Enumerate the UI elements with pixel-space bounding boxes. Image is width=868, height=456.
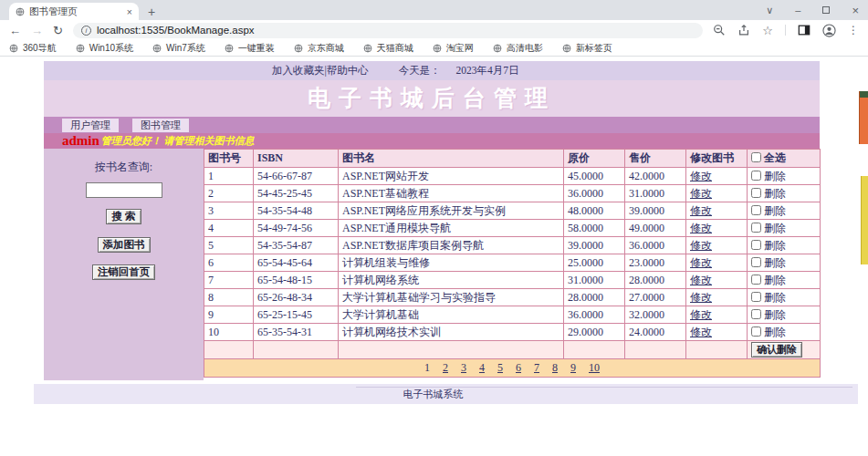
search-button[interactable]: 搜 索 — [106, 209, 141, 224]
back-icon[interactable]: ← — [9, 24, 21, 37]
delete-checkbox[interactable] — [751, 309, 761, 319]
edit-link[interactable]: 修改 — [690, 170, 712, 182]
browser-tab-bar: 图书管理页 × + ∨ – × — [0, 0, 868, 20]
bookmark-item[interactable]: Win7系统 — [152, 42, 205, 55]
edit-link[interactable]: 修改 — [690, 326, 712, 338]
table-row: 965-25-15-45大学计算机基础36.000032.0000修改删除 — [204, 306, 821, 324]
header-edit: 修改图书 — [686, 150, 748, 168]
book-name-search-input[interactable] — [86, 182, 162, 198]
cell-book-id: 1 — [204, 168, 254, 185]
confirm-delete-button[interactable]: 确认删除 — [751, 342, 802, 358]
cell-price: 45.0000 — [564, 168, 625, 185]
edit-link[interactable]: 修改 — [690, 274, 712, 286]
share-icon[interactable] — [737, 24, 750, 36]
select-all-checkbox[interactable] — [751, 152, 761, 162]
bookmark-item[interactable]: 新标签页 — [562, 42, 612, 55]
url-input[interactable]: i localhost:1535/BookManage.aspx — [73, 23, 703, 38]
logout-button[interactable]: 注销回首页 — [92, 264, 156, 280]
cell-isbn: 65-26-48-34 — [254, 289, 339, 306]
bookmark-item[interactable]: Win10系统 — [76, 42, 133, 55]
pagination-row: 12345678910 — [204, 359, 821, 378]
cell-sale-price: 39.0000 — [625, 202, 686, 220]
table-row: 1065-35-54-31计算机网络技术实训29.000024.0000修改删除 — [204, 324, 821, 341]
bookmark-label: 360导航 — [23, 42, 57, 55]
cell-price: 36.0000 — [564, 185, 625, 202]
table-row: 865-26-48-34大学计算机基础学习与实验指导28.000027.0000… — [204, 289, 821, 306]
cell-sale-price: 24.0000 — [625, 324, 686, 341]
delete-checkbox[interactable] — [751, 171, 761, 181]
delete-checkbox[interactable] — [751, 292, 761, 302]
tab-close-icon[interactable]: × — [127, 6, 132, 17]
favorites-help-links[interactable]: 加入收藏夹|帮助中心 — [272, 65, 369, 76]
pagination-page-link[interactable]: 3 — [461, 361, 466, 374]
today-date: 2023年4月7日 — [456, 65, 519, 76]
edit-link[interactable]: 修改 — [690, 291, 712, 304]
cell-price: 36.0000 — [564, 306, 625, 324]
tab-user-manage[interactable]: 用户管理 — [62, 119, 119, 132]
bookmark-label: 天猫商城 — [377, 42, 413, 55]
pagination-page-link[interactable]: 7 — [534, 361, 539, 374]
pagination-page-link[interactable]: 4 — [479, 361, 485, 374]
footer-text: 电子书城系统 — [403, 388, 464, 401]
page-content: 加入收藏夹|帮助中心 今天是： 2023年4月7日 电子书城后台管理 用户管理 … — [44, 61, 820, 380]
bookmark-item[interactable]: 天猫商城 — [363, 42, 413, 55]
confirm-delete-row: 确认删除 — [204, 341, 821, 359]
reload-icon[interactable]: ↻ — [53, 24, 63, 37]
delete-checkbox[interactable] — [751, 188, 761, 198]
delete-checkbox[interactable] — [751, 240, 761, 250]
delete-label: 删除 — [764, 222, 786, 234]
bookmark-label: 一键重装 — [238, 42, 275, 55]
cell-book-id: 4 — [204, 220, 254, 237]
cell-isbn: 54-35-54-87 — [254, 237, 339, 254]
cell-price: 29.0000 — [564, 324, 625, 341]
close-icon[interactable]: × — [852, 4, 859, 17]
delete-checkbox[interactable] — [751, 205, 761, 215]
delete-checkbox[interactable] — [751, 223, 761, 233]
bookmark-item[interactable]: 一键重装 — [225, 42, 275, 55]
edit-link[interactable]: 修改 — [690, 256, 712, 269]
pagination-page-link[interactable]: 5 — [497, 361, 503, 374]
bookmark-item[interactable]: 淘宝网 — [433, 42, 474, 55]
bookmark-label: Win7系统 — [166, 42, 205, 55]
sidebar: 按书名查询: 搜 索 添加图书 注销回首页 — [44, 149, 204, 380]
pagination-page-link[interactable]: 9 — [570, 361, 576, 374]
pagination-page-link[interactable]: 10 — [589, 361, 600, 374]
new-tab-button[interactable]: + — [148, 5, 155, 18]
delete-label: 删除 — [764, 326, 786, 338]
edit-link[interactable]: 修改 — [690, 308, 712, 321]
pagination-page-link[interactable]: 2 — [443, 361, 448, 374]
cell-price: 48.0000 — [564, 202, 625, 220]
screen-edge-marker-yellow — [861, 176, 868, 264]
delete-label: 删除 — [764, 274, 786, 286]
bookmark-item[interactable]: 京东商城 — [294, 42, 344, 55]
edit-link[interactable]: 修改 — [690, 204, 712, 217]
minimize-icon[interactable]: – — [795, 5, 800, 16]
delete-checkbox[interactable] — [751, 275, 761, 285]
bookmark-star-icon[interactable]: ☆ — [762, 24, 773, 37]
pagination-current-page: 1 — [424, 361, 430, 374]
browser-tab[interactable]: 图书管理页 × — [9, 3, 139, 20]
tab-search-chevron-icon[interactable]: ∨ — [766, 5, 773, 16]
pagination-page-link[interactable]: 8 — [552, 361, 558, 374]
site-info-icon[interactable]: i — [81, 26, 91, 36]
cell-book-id: 2 — [204, 185, 254, 202]
add-book-button[interactable]: 添加图书 — [98, 237, 151, 253]
bookmark-item[interactable]: 高清电影 — [493, 42, 543, 55]
admin-username: admin — [62, 134, 99, 148]
table-row: 554-35-54-87ASP.NET数据库项目案例导航39.000036.00… — [204, 237, 821, 254]
tab-book-manage[interactable]: 图书管理 — [132, 119, 189, 132]
pagination-page-link[interactable]: 6 — [516, 361, 521, 374]
delete-checkbox[interactable] — [751, 257, 761, 267]
delete-checkbox[interactable] — [751, 326, 761, 337]
zoom-icon[interactable] — [713, 24, 726, 36]
side-panel-icon[interactable] — [798, 24, 810, 36]
today-label: 今天是： — [399, 65, 441, 76]
edit-link[interactable]: 修改 — [690, 239, 712, 252]
delete-label: 删除 — [764, 170, 786, 182]
maximize-icon[interactable] — [822, 6, 830, 14]
edit-link[interactable]: 修改 — [690, 222, 712, 234]
menu-dots-icon[interactable]: ⋮ — [848, 24, 859, 36]
bookmark-item[interactable]: 360导航 — [9, 42, 57, 55]
profile-avatar-icon[interactable] — [822, 24, 836, 37]
edit-link[interactable]: 修改 — [690, 187, 712, 200]
